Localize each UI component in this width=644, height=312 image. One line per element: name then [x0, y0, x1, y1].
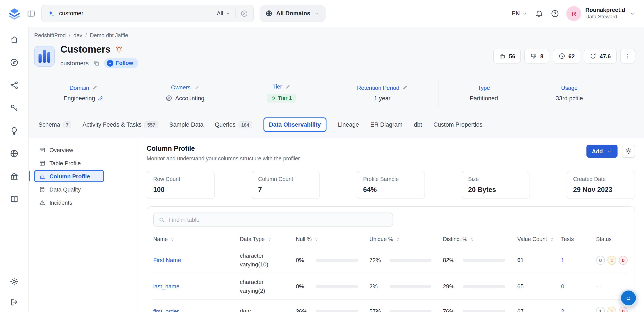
follow-label: Follow [116, 60, 133, 66]
topbar-right: EN R Rounakpreet.d Data Steward [512, 6, 635, 21]
tab-data-observability[interactable]: Data Observability [263, 117, 326, 132]
subnav-label: Column Profile [50, 173, 90, 180]
sidebar-item-lineage[interactable] [10, 81, 19, 90]
asset-title-block: Customers customers Follow [60, 44, 138, 68]
more-actions-button[interactable] [620, 49, 635, 64]
chat-support-button[interactable] [620, 289, 637, 307]
owner-chip[interactable]: Accounting [166, 95, 204, 102]
sidebar-item-marketplace[interactable] [10, 172, 19, 181]
status-badge-warning[interactable]: 1 [608, 256, 616, 264]
tab-lineage[interactable]: Lineage [338, 121, 359, 128]
distinct-pct-cell: 82% [443, 257, 517, 263]
column-header-data-type[interactable]: Data Type [240, 236, 296, 242]
subnav-item-overview[interactable]: Overview [34, 144, 104, 156]
all-domains-dropdown[interactable]: All Domains [260, 5, 326, 22]
status-badge-error[interactable]: 0 [619, 256, 628, 264]
user-circle-icon [166, 95, 173, 102]
edit-retention-button[interactable] [402, 85, 408, 90]
tab-activity-feeds[interactable]: Activity Feeds & Tasks 557 [82, 121, 158, 128]
language-selector[interactable]: EN [512, 10, 528, 17]
tab-custom-properties[interactable]: Custom Properties [434, 121, 482, 128]
user-menu[interactable]: R Rounakpreet.d Data Steward [566, 6, 635, 21]
tests-link[interactable]: 0 [561, 283, 564, 290]
subnav-item-table-profile[interactable]: Table Profile [34, 157, 104, 169]
upvotes-button[interactable]: 56 [493, 49, 521, 64]
tab-queries[interactable]: Queries 184 [215, 121, 252, 128]
column-link[interactable]: first_order [153, 308, 179, 312]
column-header-unique[interactable]: Unique % [370, 236, 443, 242]
help-button[interactable] [551, 9, 560, 18]
sidebar-item-insights[interactable] [10, 126, 19, 135]
edit-tier-button[interactable] [285, 84, 290, 89]
card-value: 100 [153, 186, 208, 194]
sidebar-item-glossary[interactable] [10, 195, 19, 204]
sidebar-item-logout[interactable] [10, 297, 19, 307]
data-type-cell: character varying(10) [240, 251, 289, 269]
value-count-cell: 61 [517, 257, 561, 263]
tests-link[interactable]: 2 [561, 308, 564, 312]
column-profile-panel: Column Profile Monitor and understand yo… [138, 138, 644, 312]
profile-subnav: Overview Table Profile Column Profile Da… [29, 138, 138, 312]
follow-button[interactable]: Follow [104, 58, 138, 68]
breadcrumb-item-connection[interactable]: RedshiftProd [34, 33, 66, 39]
header-label: Name [153, 236, 168, 242]
tests-link[interactable]: 1 [561, 257, 564, 263]
column-header-value-count[interactable]: Value Count [517, 236, 561, 242]
announcement-button[interactable] [115, 46, 123, 54]
find-in-table-input[interactable] [168, 216, 388, 223]
find-in-table[interactable] [153, 213, 393, 227]
network-graph-icon [10, 81, 19, 90]
logout-icon [10, 297, 19, 307]
sidebar-item-domains[interactable] [10, 149, 19, 158]
tab-schema[interactable]: Schema 7 [38, 121, 71, 128]
subnav-item-data-quality[interactable]: Data Quality [34, 183, 104, 195]
popularity-button[interactable]: 47.6 [584, 49, 616, 64]
subnav-label: Table Profile [50, 160, 81, 166]
edit-owners-button[interactable] [194, 85, 199, 90]
sidebar-item-settings[interactable] [10, 277, 19, 286]
tier-badge[interactable]: Tier 1 [267, 94, 296, 103]
stat-card-profile-sample: Profile Sample 64% [357, 171, 425, 199]
status-badge-neutral[interactable]: 0 [596, 256, 605, 264]
tab-sample-data[interactable]: Sample Data [169, 121, 204, 128]
global-search[interactable]: All [41, 5, 254, 22]
clear-search-button[interactable] [240, 10, 248, 17]
sidebar-item-governance[interactable] [10, 103, 19, 113]
column-link[interactable]: last_name [153, 283, 180, 290]
sidebar-item-home[interactable] [10, 35, 19, 44]
pencil-icon [92, 85, 98, 90]
subnav-item-column-profile[interactable]: Column Profile [34, 170, 104, 182]
tab-er-diagram[interactable]: ER Diagram [370, 121, 402, 128]
edit-domain-button[interactable] [92, 85, 98, 90]
column-link[interactable]: First Name [153, 257, 181, 263]
globe-icon [10, 149, 19, 158]
status-badge-warning[interactable]: 1 [608, 307, 616, 312]
domain-value-link[interactable]: Engineering [64, 95, 103, 101]
status-badge-error[interactable]: 0 [619, 307, 628, 312]
status-badge-neutral[interactable]: 1 [596, 307, 605, 312]
tab-label: Data Observability [269, 121, 321, 128]
recent-activity-button[interactable]: 62 [552, 49, 580, 64]
ai-sparkle-icon [47, 10, 55, 17]
progress-track [316, 310, 358, 312]
column-header-name[interactable]: Name [153, 236, 240, 242]
sidebar-item-discover[interactable] [10, 58, 19, 67]
notifications-button[interactable] [535, 9, 544, 18]
column-header-tests[interactable]: Tests [561, 236, 596, 242]
alarm-bell-icon [115, 46, 123, 54]
sidebar-toggle-button[interactable] [27, 9, 36, 18]
search-scope-dropdown[interactable]: All [217, 10, 231, 17]
app-logo[interactable] [8, 7, 21, 20]
breadcrumb-item-schema[interactable]: Demo dbt Jaffle [82, 33, 128, 39]
column-header-distinct[interactable]: Distinct % [443, 236, 517, 242]
global-search-input[interactable] [59, 10, 212, 17]
add-button[interactable]: Add [586, 145, 617, 158]
subnav-item-incidents[interactable]: Incidents [34, 196, 104, 209]
profile-settings-button[interactable] [622, 145, 635, 158]
column-header-status[interactable]: Status [596, 236, 628, 242]
column-header-null[interactable]: Null % [296, 236, 370, 242]
breadcrumb-item-database[interactable]: dev [66, 33, 82, 39]
downvotes-button[interactable]: 8 [524, 49, 549, 64]
tab-dbt[interactable]: dbt [414, 121, 422, 128]
copy-name-button[interactable] [93, 60, 100, 66]
